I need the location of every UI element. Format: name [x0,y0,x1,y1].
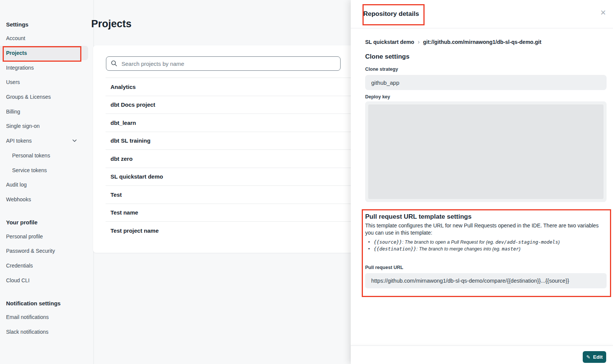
pull-request-url-label: Pull request URL [365,265,607,270]
sidebar-item-personal-tokens[interactable]: Personal tokens [0,148,93,163]
sidebar-item-credentials[interactable]: Credentials [0,258,93,273]
sidebar-item-single-sign-on[interactable]: Single sign-on [0,119,93,134]
sidebar-heading-settings: Settings [0,21,93,28]
settings-sidebar: Settings Account Projects Integrations U… [0,0,94,364]
page-title: Projects [91,18,132,30]
panel-footer: ✎ Edit [351,345,613,364]
clone-strategy-label: Clone strategy [365,67,607,72]
sidebar-item-personal-profile[interactable]: Personal profile [0,229,93,244]
clone-settings-heading: Clone settings [365,53,607,61]
sidebar-item-cloud-cli[interactable]: Cloud CLI [0,273,93,288]
breadcrumb: SL quickstart demo › git://github.com/mi… [365,39,607,45]
clone-strategy-value: github_app [365,75,607,90]
deploy-key-field [365,101,607,202]
sidebar-item-audit-log[interactable]: Audit log [0,177,93,192]
sidebar-item-email-notifications[interactable]: Email notifications [0,310,93,325]
bullet-icon: • [368,246,370,252]
sidebar-heading-your-profile: Your profile [0,219,93,226]
sidebar-item-webhooks[interactable]: Webhooks [0,192,93,207]
sidebar-item-password-security[interactable]: Password & Security [0,244,93,258]
sidebar-item-groups-licenses[interactable]: Groups & Licenses [0,90,93,104]
repository-details-panel: Repository details ✕ SL quickstart demo … [351,0,613,364]
search-input[interactable] [106,56,341,71]
list-item: •{{destination}}: The branch to merge ch… [365,246,607,252]
close-icon[interactable]: ✕ [598,7,608,18]
breadcrumb-repo-url: git://github.com/mirnawong1/db-sl-qs-dem… [423,39,541,45]
breadcrumb-project: SL quickstart demo [365,39,414,45]
bullet-icon: • [368,240,370,245]
sidebar-item-account[interactable]: Account [0,31,93,46]
pr-template-description: This template configures the URL for new… [365,222,607,236]
sidebar-item-service-tokens[interactable]: Service tokens [0,163,93,177]
pr-template-variables-list: •{{source}}: The branch to open a Pull R… [365,239,607,252]
pull-request-url-value: https://github.com/mirnawong1/db-sl-qs-d… [365,273,607,288]
sidebar-item-users[interactable]: Users [0,75,93,90]
sidebar-item-slack-notifications[interactable]: Slack notifications [0,325,93,339]
sidebar-item-api-tokens[interactable]: API tokens [0,134,93,148]
deploy-key-redacted-value [368,104,604,199]
sidebar-item-billing[interactable]: Billing [0,104,93,119]
pencil-icon: ✎ [586,355,590,359]
search-icon [111,60,117,67]
chevron-down-icon [72,139,77,142]
pr-template-heading: Pull request URL template settings [365,213,607,221]
edit-button[interactable]: ✎ Edit [583,351,606,363]
deploy-key-label: Deploy key [365,94,607,100]
sidebar-item-integrations[interactable]: Integrations [0,60,93,75]
panel-header: Repository details ✕ [351,0,613,28]
list-item: •{{source}}: The branch to open a Pull R… [365,239,607,246]
panel-title: Repository details [363,10,419,18]
sidebar-heading-notification-settings: Notification settings [0,300,93,306]
breadcrumb-separator-icon: › [418,39,420,45]
sidebar-item-projects[interactable]: Projects [0,46,88,61]
